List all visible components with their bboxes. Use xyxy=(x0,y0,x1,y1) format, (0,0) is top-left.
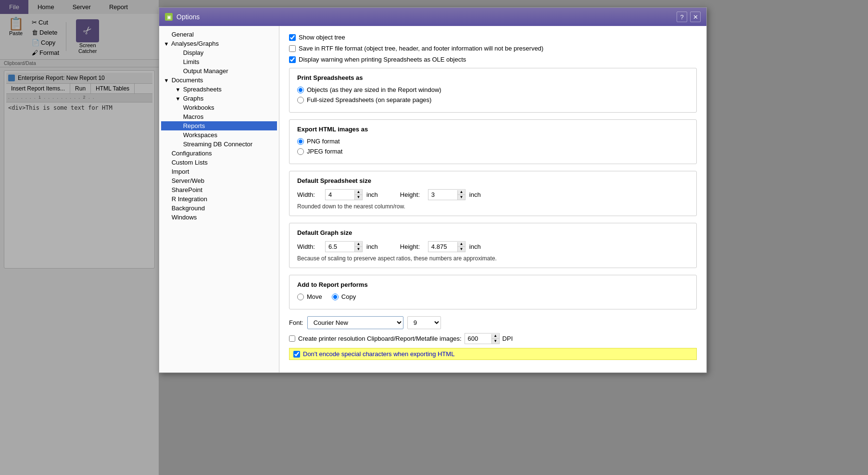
dpi-spinner: 600 ▲ ▼ xyxy=(465,333,500,344)
tree-item-documents[interactable]: ▼ Documents xyxy=(161,76,277,85)
graph-width-down[interactable]: ▼ xyxy=(354,247,362,252)
tree-item-display[interactable]: Display xyxy=(161,48,277,57)
graph-size-section: Default Graph size Width: 6.5 ▲ ▼ inch xyxy=(289,223,697,268)
show-object-tree-checkbox[interactable] xyxy=(289,34,296,41)
tree-item-background[interactable]: Background xyxy=(161,204,277,213)
show-object-tree-row: Show object tree xyxy=(289,34,697,41)
dont-encode-label[interactable]: Don't encode special characters when exp… xyxy=(303,350,454,358)
tree-item-windows[interactable]: Windows xyxy=(161,213,277,222)
dpi-down[interactable]: ▼ xyxy=(491,339,499,344)
add-report-move-label[interactable]: Move xyxy=(307,293,322,300)
ss-width-input[interactable]: 4 xyxy=(326,190,354,200)
spreadsheet-size-fields: Width: 4 ▲ ▼ inch Height: 3 xyxy=(297,189,689,200)
ss-width-down[interactable]: ▼ xyxy=(354,195,362,200)
dialog-app-icon: ▣ xyxy=(165,13,173,21)
spreadsheet-size-section: Default Spreadsheet size Width: 4 ▲ ▼ in… xyxy=(289,171,697,216)
export-jpeg-row: JPEG format xyxy=(297,148,689,155)
graph-width-input[interactable]: 6.5 xyxy=(326,242,354,252)
print-objects-label[interactable]: Objects (as they are sized in the Report… xyxy=(307,86,441,93)
tree-panel: General ▼ Analyses/Graphs Display Limits… xyxy=(159,26,279,372)
export-html-section: Export HTML images as PNG format JPEG fo… xyxy=(289,119,697,164)
dialog-title: Options xyxy=(176,13,200,21)
help-button[interactable]: ? xyxy=(677,12,687,22)
tree-item-configurations[interactable]: Configurations xyxy=(161,149,277,158)
export-jpeg-radio[interactable] xyxy=(297,148,304,155)
print-fullsize-row: Full-sized Spreadsheets (on separate pag… xyxy=(297,96,689,103)
tree-item-limits[interactable]: Limits xyxy=(161,57,277,66)
add-report-title: Add to Report performs xyxy=(297,281,689,288)
dpi-up[interactable]: ▲ xyxy=(491,334,499,339)
graph-height-input[interactable]: 4.875 xyxy=(428,242,457,252)
show-object-tree-label[interactable]: Show object tree xyxy=(299,34,345,41)
tree-item-graphs[interactable]: ▼ Graphs xyxy=(161,94,277,103)
ss-height-input[interactable]: 3 xyxy=(428,190,457,200)
display-warning-checkbox[interactable] xyxy=(289,56,296,63)
ss-size-note: Rounded down to the nearest column/row. xyxy=(297,203,689,210)
graph-size-fields: Width: 6.5 ▲ ▼ inch Height: 4.875 xyxy=(297,241,689,252)
tree-item-r-integration[interactable]: R Integration xyxy=(161,194,277,204)
graph-width-up[interactable]: ▲ xyxy=(354,242,362,247)
ss-height-unit: inch xyxy=(469,191,481,198)
export-png-row: PNG format xyxy=(297,138,689,145)
ss-width-up[interactable]: ▲ xyxy=(354,190,362,195)
tree-item-custom-lists[interactable]: Custom Lists xyxy=(161,158,277,167)
print-fullsize-label[interactable]: Full-sized Spreadsheets (on separate pag… xyxy=(307,96,431,103)
print-fullsize-radio[interactable] xyxy=(297,97,304,103)
add-report-copy-row: Copy xyxy=(332,293,356,300)
ss-height-down[interactable]: ▼ xyxy=(457,195,465,200)
save-rtf-row: Save in RTF file format (object tree, he… xyxy=(289,45,697,52)
display-warning-row: Display warning when printing Spreadshee… xyxy=(289,56,697,63)
add-report-copy-label[interactable]: Copy xyxy=(341,293,356,300)
ss-width-spinner: 4 ▲ ▼ xyxy=(325,189,363,200)
tree-item-general[interactable]: General xyxy=(161,30,277,39)
dont-encode-checkbox[interactable] xyxy=(293,351,300,358)
print-objects-radio[interactable] xyxy=(297,87,304,93)
save-rtf-checkbox[interactable] xyxy=(289,45,296,52)
graph-size-note: Because of scaling to preserve aspect ra… xyxy=(297,255,689,262)
export-png-radio[interactable] xyxy=(297,138,304,145)
tree-item-output-manager[interactable]: Output Manager xyxy=(161,66,277,76)
tree-item-import[interactable]: Import xyxy=(161,167,277,176)
tree-item-spreadsheets[interactable]: ▼ Spreadsheets xyxy=(161,85,277,94)
export-png-label[interactable]: PNG format xyxy=(307,138,340,145)
create-printer-label[interactable]: Create printer resolution Clipboard/Repo… xyxy=(298,335,462,342)
font-label: Font: xyxy=(289,319,303,326)
tree-item-reports[interactable]: Reports xyxy=(161,121,277,130)
tree-item-macros[interactable]: Macros xyxy=(161,112,277,121)
font-row: Font: Courier New 8 9 10 11 12 xyxy=(289,316,697,329)
graph-height-down[interactable]: ▼ xyxy=(457,247,465,252)
save-rtf-label[interactable]: Save in RTF file format (object tree, he… xyxy=(299,45,543,52)
print-spreadsheets-section: Print Spreadsheets as Objects (as they a… xyxy=(289,68,697,113)
tree-item-server-web[interactable]: Server/Web xyxy=(161,176,277,185)
graph-width-unit: inch xyxy=(366,243,378,250)
export-jpeg-label[interactable]: JPEG format xyxy=(307,148,342,155)
ss-height-up[interactable]: ▲ xyxy=(457,190,465,195)
graph-height-up[interactable]: ▲ xyxy=(457,242,465,247)
print-objects-row: Objects (as they are sized in the Report… xyxy=(297,86,689,93)
graph-height-unit: inch xyxy=(469,243,481,250)
graph-width-label: Width: xyxy=(297,243,321,250)
spreadsheet-size-title: Default Spreadsheet size xyxy=(297,177,689,184)
create-printer-checkbox[interactable] xyxy=(289,335,295,342)
ss-height-spinner: 3 ▲ ▼ xyxy=(428,189,465,200)
print-spreadsheets-title: Print Spreadsheets as xyxy=(297,74,689,81)
dialog-overlay: ▣ Options ? ✕ General ▼ Analyses/Graphs xyxy=(0,0,868,475)
dialog-titlebar: ▣ Options ? ✕ xyxy=(159,8,706,26)
dpi-label: DPI xyxy=(503,335,513,342)
tree-item-workspaces[interactable]: Workspaces xyxy=(161,130,277,140)
font-size-select[interactable]: 8 9 10 11 12 xyxy=(407,316,441,329)
add-report-section: Add to Report performs Move Copy xyxy=(289,275,697,309)
add-report-move-radio[interactable] xyxy=(297,294,304,300)
add-report-copy-radio[interactable] xyxy=(332,294,339,300)
dpi-row: Create printer resolution Clipboard/Repo… xyxy=(289,333,697,344)
font-select[interactable]: Courier New xyxy=(307,316,403,329)
tree-item-streaming-db[interactable]: Streaming DB Connector xyxy=(161,140,277,149)
display-warning-label[interactable]: Display warning when printing Spreadshee… xyxy=(299,56,466,63)
ss-width-unit: inch xyxy=(366,191,378,198)
close-button[interactable]: ✕ xyxy=(690,12,701,22)
tree-item-analyses[interactable]: ▼ Analyses/Graphs xyxy=(161,39,277,48)
tree-item-sharepoint[interactable]: SharePoint xyxy=(161,185,277,194)
ss-width-label: Width: xyxy=(297,191,321,198)
tree-item-workbooks[interactable]: Workbooks xyxy=(161,103,277,112)
dpi-input[interactable]: 600 xyxy=(465,334,491,344)
